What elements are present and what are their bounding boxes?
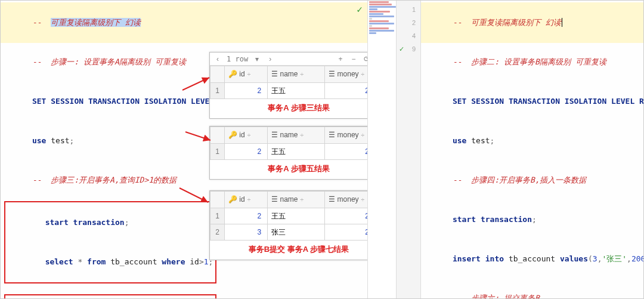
line-gutter: 1 2 4 ✓9: [396, 1, 421, 298]
highlight-box-1: start transaction; select * from tb_acco…: [4, 201, 216, 283]
code-line[interactable]: -- 步骤四:开启事务B,插入一条数据: [425, 161, 640, 200]
col-money[interactable]: ☰ money÷: [325, 66, 367, 83]
prev-icon[interactable]: ‹: [213, 53, 222, 66]
result-toolbar: ‹ 1 row ▾ › + − ⟳ ⤓: [210, 53, 367, 66]
table-row[interactable]: 1 2 王五 2000: [210, 83, 368, 99]
col-name[interactable]: ☰ name÷: [268, 192, 325, 208]
text-cursor: [562, 18, 567, 27]
editor-right-pane[interactable]: -- 可重复读隔离级别下 幻读 -- 步骤二: 设置事务B隔离级别 可重复读 S…: [421, 1, 643, 298]
checkmark-icon: ✓: [357, 3, 363, 16]
data-table: 🔑 id÷ ☰ name÷ ☰ money÷ 1 2 王五 2000: [210, 127, 367, 160]
result-table-3: ‹ 1 row ▾ › + − ⟳ ⤓ 🔑 id÷ ☰ name÷ ☰ mone…: [209, 52, 367, 119]
col-id[interactable]: 🔑 id÷: [225, 127, 268, 144]
col-name[interactable]: ☰ name÷: [268, 127, 325, 144]
table-row[interactable]: 1 2 王五 2000: [210, 208, 368, 224]
data-table: 🔑 id÷ ☰ name÷ ☰ money÷ 1 2 王五 2000: [210, 66, 367, 99]
editor-left-pane[interactable]: ✓ -- 可重复读隔离级别下 幻读 -- 步骤一: 设置事务A隔离级别 可重复读…: [1, 1, 367, 298]
table-row[interactable]: 2 3 张三 2000: [210, 224, 368, 241]
code-line[interactable]: -- 步骤二: 设置事务B隔离级别 可重复读: [425, 42, 640, 82]
col-money[interactable]: ☰ money÷: [325, 192, 367, 208]
code-line[interactable]: -- 步骤六: 提交事务B: [425, 279, 640, 298]
code-line[interactable]: -- 可重复读隔离级别下 幻读: [1, 2, 367, 43]
result-caption: 事务A 步骤三结果: [210, 99, 367, 118]
col-id[interactable]: 🔑 id÷: [225, 66, 268, 83]
result-table-5: 🔑 id÷ ☰ name÷ ☰ money÷ 1 2 王五 2000 事务A 步…: [209, 126, 367, 180]
code-line[interactable]: select * from tb_account where id>1;: [8, 242, 213, 282]
highlight-box-2: -- 步骤五:事务A,查询ID>1的数据 select * from tb_ac…: [4, 294, 216, 298]
code-line[interactable]: use test;: [425, 121, 640, 161]
code-line[interactable]: insert into tb_account values(3,'张三',200…: [425, 239, 640, 279]
code-line[interactable]: start transaction;: [8, 203, 213, 242]
row-count: 1 row: [227, 53, 248, 66]
add-icon[interactable]: +: [336, 53, 345, 66]
code-line[interactable]: -- 可重复读隔离级别下 幻读: [421, 2, 643, 43]
checkmark-icon: ✓: [399, 42, 404, 56]
col-name[interactable]: ☰ name÷: [268, 66, 325, 83]
col-money[interactable]: ☰ money÷: [325, 127, 367, 144]
table-row[interactable]: 1 2 王五 2000: [210, 144, 368, 160]
refresh-icon[interactable]: ⟳: [363, 53, 367, 66]
dropdown-icon[interactable]: ▾: [253, 53, 261, 66]
col-id[interactable]: 🔑 id÷: [225, 192, 268, 208]
result-table-7: 🔑 id÷ ☰ name÷ ☰ money÷ 1 2 王五 2000 2 3 张…: [209, 190, 367, 260]
result-caption: 事务B提交 事务A 步骤七结果: [210, 241, 367, 260]
code-line[interactable]: SET SESSION TRANSACTION ISOLATION LEVEL …: [425, 82, 640, 121]
next-icon[interactable]: ›: [266, 53, 274, 66]
code-line[interactable]: -- 步骤五:事务A,查询ID>1的数据: [8, 296, 213, 298]
data-table: 🔑 id÷ ☰ name÷ ☰ money÷ 1 2 王五 2000 2 3 张…: [210, 191, 367, 241]
remove-icon[interactable]: −: [349, 53, 358, 66]
minimap[interactable]: [367, 1, 396, 298]
code-line[interactable]: start transaction;: [425, 200, 640, 239]
result-caption: 事务A 步骤五结果: [210, 160, 367, 179]
